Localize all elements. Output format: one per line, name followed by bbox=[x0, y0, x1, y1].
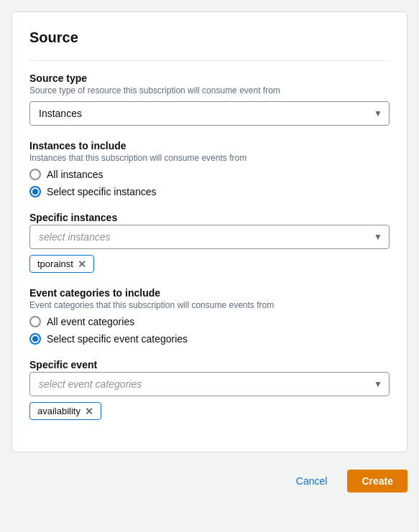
event-categories-label: Event categories to include bbox=[29, 287, 390, 299]
all-instances-radio-label: All instances bbox=[47, 169, 103, 180]
all-event-categories-radio-item[interactable]: All event categories bbox=[29, 316, 390, 327]
all-event-categories-radio-label: All event categories bbox=[47, 316, 134, 327]
select-specific-event-categories-radio-item[interactable]: Select specific event categories bbox=[29, 333, 390, 345]
specific-instances-select[interactable]: select instances bbox=[29, 225, 390, 249]
specific-event-label: Specific event bbox=[29, 359, 390, 370]
source-type-select[interactable]: Instances DB Clusters Snapshots Paramete… bbox=[29, 101, 390, 126]
availability-tag-value: availability bbox=[37, 406, 80, 416]
tporainst-tag-value: tporainst bbox=[37, 258, 73, 269]
specific-instances-select-wrapper: select instances ▼ bbox=[29, 225, 390, 249]
specific-instances-section: Specific instances select instances ▼ tp… bbox=[29, 212, 390, 273]
event-categories-radio-group: All event categories Select specific eve… bbox=[29, 316, 390, 345]
tporainst-tag: tporainst ✕ bbox=[29, 255, 94, 273]
dialog-footer: Cancel Create bbox=[11, 464, 408, 493]
instances-radio-group: All instances Select specific instances bbox=[29, 169, 390, 197]
specific-instances-label: Specific instances bbox=[29, 212, 390, 223]
tporainst-tag-close-icon[interactable]: ✕ bbox=[78, 259, 86, 269]
select-specific-instances-radio-input bbox=[29, 186, 41, 197]
source-type-description: Source type of resource this subscriptio… bbox=[29, 85, 390, 95]
instances-to-include-section: Instances to include Instances that this… bbox=[29, 140, 390, 197]
select-specific-event-categories-radio-label: Select specific event categories bbox=[47, 333, 188, 345]
instances-include-description: Instances that this subscription will co… bbox=[29, 153, 390, 163]
event-categories-description: Event categories that this subscription … bbox=[29, 300, 390, 310]
specific-event-select[interactable]: select event categories bbox=[29, 372, 390, 396]
select-specific-instances-radio-label: Select specific instances bbox=[47, 186, 157, 197]
instances-include-label: Instances to include bbox=[29, 140, 390, 151]
dialog-title: Source bbox=[29, 29, 390, 46]
source-type-label: Source type bbox=[29, 73, 390, 84]
source-type-section: Source type Source type of resource this… bbox=[29, 73, 390, 126]
select-specific-instances-radio-item[interactable]: Select specific instances bbox=[29, 186, 390, 197]
all-instances-radio-input bbox=[29, 169, 41, 180]
source-type-select-wrapper: Instances DB Clusters Snapshots Paramete… bbox=[29, 101, 390, 126]
cancel-button[interactable]: Cancel bbox=[285, 470, 339, 493]
dialog-overlay: Source Source type Source type of resour… bbox=[0, 0, 419, 532]
availability-tag-close-icon[interactable]: ✕ bbox=[85, 406, 93, 416]
select-specific-event-categories-radio-input bbox=[29, 333, 41, 345]
event-categories-section: Event categories to include Event catego… bbox=[29, 287, 390, 345]
availability-tag: availability ✕ bbox=[29, 402, 101, 420]
title-divider bbox=[29, 60, 390, 61]
all-instances-radio-item[interactable]: All instances bbox=[29, 169, 390, 180]
specific-event-select-wrapper: select event categories ▼ bbox=[29, 372, 390, 396]
create-button[interactable]: Create bbox=[347, 470, 408, 493]
dialog-card: Source Source type Source type of resour… bbox=[11, 11, 408, 452]
all-event-categories-radio-input bbox=[29, 316, 41, 327]
specific-event-section: Specific event select event categories ▼… bbox=[29, 359, 390, 420]
